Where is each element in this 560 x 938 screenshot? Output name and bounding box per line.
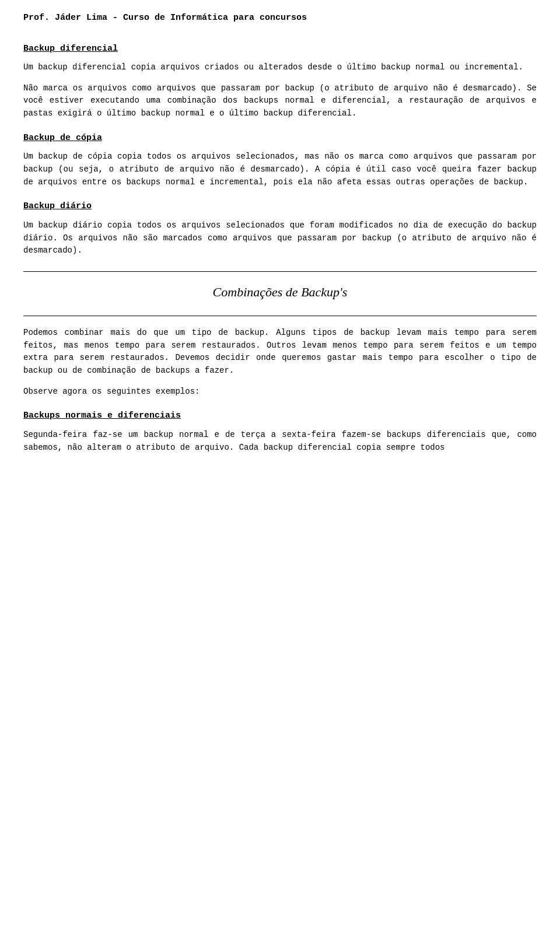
backups-normais-para1: Segunda-feira faz-se um backup normal e …	[23, 429, 537, 454]
combinacoes-para1: Podemos combinar mais do que um tipo de …	[23, 327, 537, 377]
combinacoes-para2: Observe agora os seguintes exemplos:	[23, 386, 537, 398]
backup-copia-title: Backup de cópia	[23, 132, 537, 145]
backup-copia-para1: Um backup de cópia copia todos os arquiv…	[23, 150, 537, 188]
backup-diario-title: Backup diário	[23, 200, 537, 214]
section-backup-diario: Backup diário Um backup diário copia tod…	[23, 200, 537, 257]
page-header: Prof. Jáder Lima - Curso de Informática …	[23, 12, 537, 25]
section-divider	[23, 271, 537, 272]
section-backups-normais: Backups normais e diferenciais Segunda-f…	[23, 410, 537, 454]
backup-diferencial-title: Backup diferencial	[23, 43, 537, 56]
header-title: Prof. Jáder Lima - Curso de Informática …	[23, 12, 537, 25]
section-divider-2	[23, 316, 537, 316]
section-backup-copia: Backup de cópia Um backup de cópia copia…	[23, 132, 537, 189]
backups-normais-title: Backups normais e diferenciais	[23, 410, 537, 423]
section-combinacoes: Podemos combinar mais do que um tipo de …	[23, 327, 537, 398]
backup-diferencial-para1: Um backup diferencial copia arquivos cri…	[23, 61, 537, 74]
backup-diario-para1: Um backup diário copia todos os arquivos…	[23, 219, 537, 257]
combinacoes-title: Combinações de Backup's	[23, 282, 537, 302]
section-backup-diferencial: Backup diferencial Um backup diferencial…	[23, 43, 537, 120]
backup-diferencial-para2: Não marca os arquivos como arquivos que …	[23, 82, 537, 120]
